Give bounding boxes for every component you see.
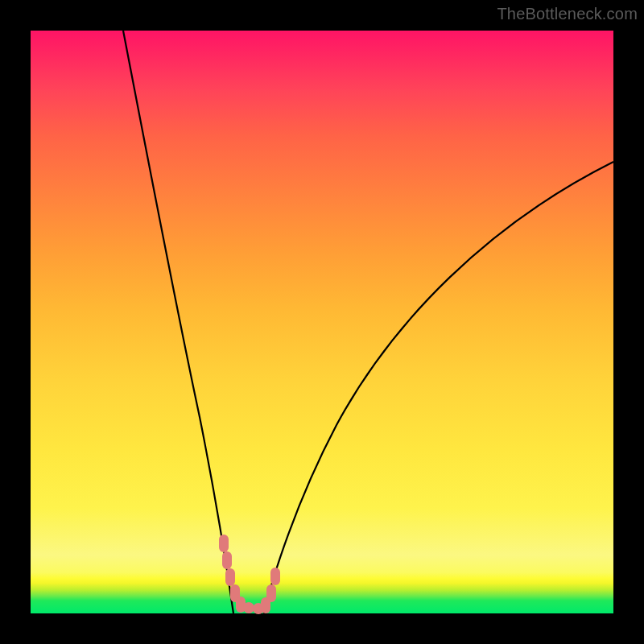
svg-rect-0 [219, 535, 229, 552]
svg-rect-8 [266, 584, 276, 602]
svg-rect-2 [225, 568, 235, 586]
chart-frame: TheBottleneck.com [0, 0, 644, 644]
svg-rect-9 [270, 568, 280, 585]
svg-rect-1 [222, 551, 232, 569]
left-curve [123, 31, 233, 613]
plot-area [31, 31, 613, 613]
curves-svg [31, 31, 613, 613]
bottom-markers [219, 535, 280, 614]
right-curve [264, 162, 613, 613]
svg-rect-5 [243, 602, 254, 613]
watermark-text: TheBottleneck.com [497, 5, 638, 23]
